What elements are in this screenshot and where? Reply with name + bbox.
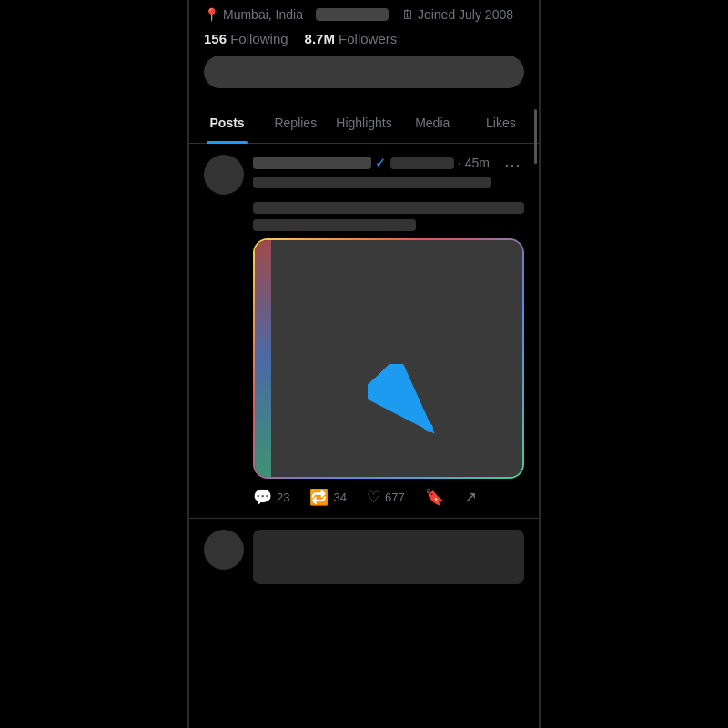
calendar-icon: 🗓 [401,7,414,22]
tweet-text-line1 [253,177,491,188]
like-count: 677 [385,490,405,504]
pin-icon: 📍 [204,7,219,22]
media-image [255,240,522,477]
following-count: 156 [204,31,227,46]
tweet-time: · 45m [458,156,490,170]
tab-likes[interactable]: Likes [467,103,535,143]
profile-tabs: Posts Replies Highlights Media Likes [189,103,539,144]
stub-avatar [204,530,244,570]
right-bezel [555,0,728,728]
comment-count: 23 [277,490,289,504]
verified-icon: ✓ [375,155,387,171]
following-label: Following [230,31,288,46]
tweet-meta: ✓ · 45m [253,155,491,194]
location-row: 📍 Mumbai, India 🗓 Joined July 2008 [189,0,539,24]
edit-profile-blurred [316,8,389,21]
phone-screen: 📍 Mumbai, India 🗓 Joined July 2008 156 F… [187,0,541,728]
join-date-text: Joined July 2008 [418,7,513,22]
left-color-strip [255,240,271,477]
tweet-card-stub [189,519,539,595]
stub-text [253,530,524,584]
svg-line-1 [384,380,430,428]
left-bezel [0,0,173,728]
tab-highlights[interactable]: Highlights [329,103,398,143]
bookmark-action[interactable]: 🔖 [425,488,444,507]
share-action[interactable]: ↗ [464,488,477,507]
phone-frame: 📍 Mumbai, India 🗓 Joined July 2008 156 F… [173,0,555,728]
tweet-username-blurred [253,157,371,169]
share-icon: ↗ [464,488,477,507]
join-date: 🗓 Joined July 2008 [401,7,513,22]
like-icon: ♡ [367,488,380,507]
action-btn-row [189,56,539,103]
following-stat[interactable]: 156 Following [204,31,288,46]
follow-stats: 156 Following 8.7M Followers [189,29,539,56]
tweet-text-line2 [253,202,524,214]
comment-action[interactable]: 💬 23 [253,488,289,507]
location-text: Mumbai, India [223,7,303,22]
scrollbar[interactable] [534,109,537,164]
bookmark-icon: 🔖 [425,488,444,507]
main-content: 📍 Mumbai, India 🗓 Joined July 2008 156 F… [189,0,539,595]
tweet-body [253,202,524,231]
comment-icon: 💬 [253,488,272,507]
followers-label: Followers [339,31,397,46]
retweet-action[interactable]: 🔁 34 [309,488,346,507]
tweet-handle-blurred [390,157,454,169]
followers-stat[interactable]: 8.7M Followers [305,31,398,46]
more-options-button[interactable]: ⋯ [500,155,524,175]
tab-media[interactable]: Media [399,103,467,143]
action-button[interactable] [204,56,524,88]
tweet-text-line3 [253,219,416,231]
tweet-name-row: ✓ · 45m [253,155,491,171]
tab-replies[interactable]: Replies [261,103,329,143]
location: 📍 Mumbai, India [204,7,303,22]
avatar[interactable] [204,155,244,195]
like-action[interactable]: ♡ 677 [367,488,405,507]
tweet-media[interactable] [253,238,524,479]
retweet-count: 34 [333,490,346,504]
followers-count: 8.7M [305,31,335,46]
blue-arrow-annotation [368,364,450,450]
tab-posts[interactable]: Posts [193,103,261,143]
tweet-header: ✓ · 45m ⋯ [204,155,524,195]
retweet-icon: 🔁 [309,488,329,507]
tweet-actions: 💬 23 🔁 34 ♡ 677 🔖 ↗ [253,488,524,507]
tweet-card: ✓ · 45m ⋯ [189,144,539,519]
